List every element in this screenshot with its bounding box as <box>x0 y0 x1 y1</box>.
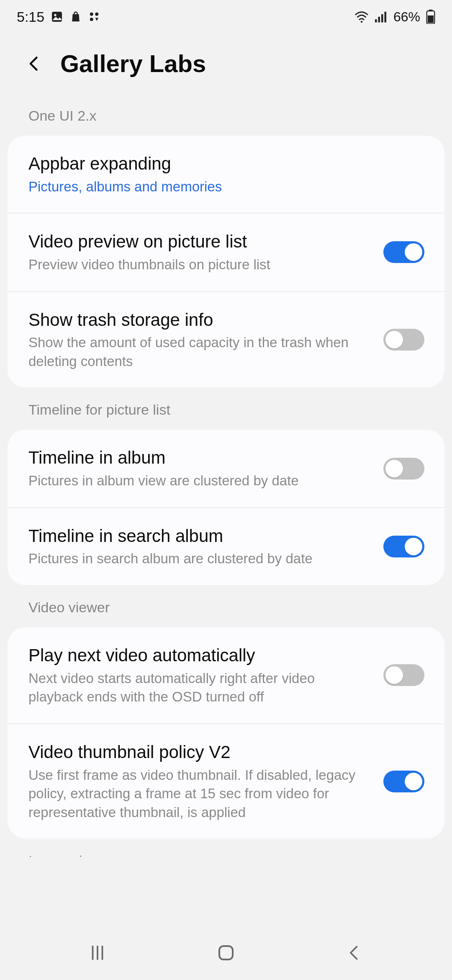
shopping-bag-icon <box>69 10 82 23</box>
row-title: Timeline in search album <box>28 525 371 547</box>
setting-row-trash-info[interactable]: Show trash storage info Show the amount … <box>8 291 444 388</box>
setting-row-timeline-album[interactable]: Timeline in album Pictures in album view… <box>8 430 444 507</box>
dots-icon <box>88 10 100 23</box>
row-text: Appbar expanding Pictures, albums and me… <box>28 152 424 196</box>
row-subtitle: Preview video thumbnails on picture list <box>28 255 371 274</box>
toggle-play-next[interactable] <box>383 664 424 686</box>
battery-icon <box>426 10 435 24</box>
wifi-icon <box>354 10 369 23</box>
settings-card: Play next video automatically Next video… <box>8 627 444 838</box>
svg-point-3 <box>95 13 98 16</box>
svg-rect-9 <box>384 12 386 23</box>
svg-rect-16 <box>219 946 233 959</box>
section-label: Image viewer <box>8 838 444 857</box>
row-text: Video thumbnail policy V2 Use first fram… <box>28 741 371 822</box>
back-icon[interactable] <box>25 54 44 73</box>
toggle-timeline-album[interactable] <box>383 458 424 480</box>
status-bar: 5:15 66% <box>0 0 452 34</box>
svg-point-2 <box>90 13 93 16</box>
toggle-video-preview[interactable] <box>383 241 424 263</box>
settings-card: Timeline in album Pictures in album view… <box>8 430 444 585</box>
content: One UI 2.x Appbar expanding Pictures, al… <box>0 93 452 857</box>
nav-back[interactable] <box>342 940 367 965</box>
toggle-thumbnail-policy[interactable] <box>383 771 424 792</box>
row-subtitle: Pictures in search album are clustered b… <box>28 549 371 568</box>
row-text: Show trash storage info Show the amount … <box>28 309 371 371</box>
row-text: Play next video automatically Next video… <box>28 644 371 707</box>
row-title: Show trash storage info <box>28 309 371 331</box>
status-left: 5:15 <box>17 9 100 25</box>
toggle-trash-info[interactable] <box>383 329 424 351</box>
row-subtitle: Use first frame as video thumbnail. If d… <box>28 766 371 822</box>
svg-rect-6 <box>375 19 377 23</box>
svg-rect-12 <box>428 15 434 23</box>
svg-point-5 <box>361 21 363 23</box>
setting-row-play-next[interactable]: Play next video automatically Next video… <box>8 627 444 723</box>
section-label: Video viewer <box>8 585 444 627</box>
row-subtitle: Show the amount of used capacity in the … <box>28 333 371 371</box>
nav-bar <box>0 926 452 980</box>
row-text: Timeline in album Pictures in album view… <box>28 446 371 490</box>
svg-rect-7 <box>378 17 380 23</box>
toggle-timeline-search[interactable] <box>383 536 424 557</box>
svg-rect-0 <box>52 12 62 22</box>
setting-row-timeline-search[interactable]: Timeline in search album Pictures in sea… <box>8 507 444 585</box>
row-subtitle: Next video starts automatically right af… <box>28 669 371 707</box>
row-title: Video preview on picture list <box>28 230 371 253</box>
signal-icon <box>375 11 388 23</box>
row-subtitle: Pictures in album view are clustered by … <box>28 472 371 490</box>
picture-icon <box>50 10 64 23</box>
section-label: Timeline for picture list <box>8 387 444 430</box>
row-text: Video preview on picture list Preview vi… <box>28 230 371 274</box>
row-subtitle: Pictures, albums and memories <box>28 178 424 196</box>
status-right: 66% <box>354 9 435 25</box>
app-header: Gallery Labs <box>0 34 452 93</box>
row-title: Video thumbnail policy V2 <box>28 741 371 763</box>
row-text: Timeline in search album Pictures in sea… <box>28 525 371 568</box>
page-title: Gallery Labs <box>60 49 206 77</box>
row-title: Appbar expanding <box>28 152 424 175</box>
nav-recents[interactable] <box>85 940 110 965</box>
nav-home[interactable] <box>213 940 239 965</box>
section-label: One UI 2.x <box>8 93 444 136</box>
settings-card: Appbar expanding Pictures, albums and me… <box>8 136 444 387</box>
svg-point-1 <box>54 14 56 16</box>
setting-row-video-preview[interactable]: Video preview on picture list Preview vi… <box>8 213 444 291</box>
battery-percent: 66% <box>393 9 420 25</box>
row-title: Timeline in album <box>28 446 371 469</box>
setting-row-appbar-expanding[interactable]: Appbar expanding Pictures, albums and me… <box>8 136 444 213</box>
svg-rect-8 <box>381 14 383 23</box>
row-title: Play next video automatically <box>28 644 371 667</box>
status-time: 5:15 <box>17 9 44 25</box>
svg-point-4 <box>90 18 93 21</box>
setting-row-thumbnail-policy[interactable]: Video thumbnail policy V2 Use first fram… <box>8 723 444 838</box>
